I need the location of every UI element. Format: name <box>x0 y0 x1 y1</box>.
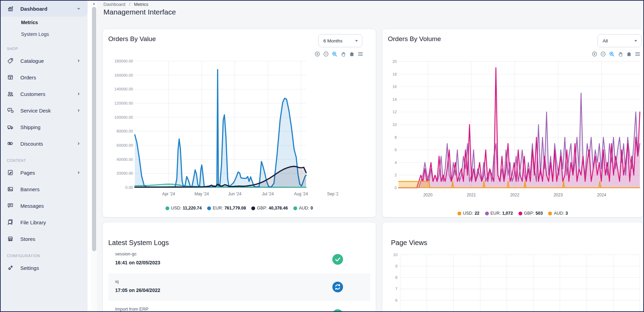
legend-item-gbp[interactable]: GBP:40,378.46 <box>251 206 288 211</box>
card-title: Orders By Value <box>108 35 156 43</box>
chevron-down-icon <box>355 40 358 42</box>
svg-text:10: 10 <box>393 253 398 257</box>
sidebar-item-service-desk[interactable]: Service Desk <box>1 102 88 119</box>
legend-item-usd[interactable]: USD:11,220.74 <box>165 206 202 211</box>
log-row-iq: iq17:05 on 26/04/2022 <box>108 273 370 301</box>
legend-label: USD: <box>171 206 181 211</box>
svg-text:80000.00: 80000.00 <box>117 129 133 133</box>
svg-text:8: 8 <box>395 135 397 139</box>
legend-value: 3 <box>565 211 568 216</box>
time-range-select[interactable]: All <box>597 34 642 47</box>
page-views-chart[interactable]: 109876 <box>382 242 642 312</box>
legend-item-aud[interactable]: AUD:0 <box>293 206 313 211</box>
svg-text:6: 6 <box>395 148 397 152</box>
card-title: Orders By Volume <box>388 35 441 43</box>
sidebar-item-label: Dashboard <box>20 6 47 12</box>
legend-item-aud[interactable]: AUD:3 <box>548 211 568 216</box>
sidebar-item-shipping[interactable]: Shipping <box>1 119 88 135</box>
svg-text:2: 2 <box>395 173 397 177</box>
legend-label: GBP: <box>524 211 534 216</box>
aud-series-dot-icon <box>548 212 552 215</box>
sidebar-item-pages[interactable]: Pages <box>1 164 88 181</box>
orders-by-value-card: Orders By Value 6 Months 180000.00160000… <box>102 29 376 217</box>
page-icon <box>7 169 14 176</box>
breadcrumb-parent[interactable]: Dashboard <box>103 2 125 7</box>
sidebar-item-file-library[interactable]: File Library <box>1 214 88 231</box>
sidebar-item-messages[interactable]: Messages <box>1 197 88 214</box>
success-status-icon <box>332 309 343 312</box>
sidebar-item-catalogue[interactable]: Catalogue <box>1 52 88 69</box>
chevron-right-icon <box>76 108 81 113</box>
gears-icon <box>7 264 14 271</box>
sidebar-item-label: File Library <box>20 220 46 225</box>
page-views-card: Page Views 109876 <box>382 222 643 312</box>
sidebar-item-orders[interactable]: Orders <box>1 69 88 86</box>
sidebar-item-banners[interactable]: Banners <box>1 181 88 197</box>
sidebar-item-metrics[interactable]: Metrics <box>1 17 88 28</box>
legend-value: 1,072 <box>502 211 513 216</box>
sidebar-item-customers[interactable]: Customers <box>1 86 88 102</box>
dashboard-icon <box>7 5 14 12</box>
eur-series-dot-icon <box>485 212 489 215</box>
sidebar-item-label: Settings <box>20 265 39 271</box>
svg-text:4: 4 <box>395 160 397 165</box>
svg-text:9: 9 <box>395 264 398 268</box>
sidebar-nav: DashboardMetricsSystem LogsSHOPCatalogue… <box>1 1 88 276</box>
page-title: Management Interface <box>103 8 176 16</box>
usd-series-dot-icon <box>457 212 461 215</box>
log-name: iq <box>115 279 119 284</box>
sidebar-item-label: Shipping <box>20 124 40 130</box>
legend-label: EUR: <box>213 206 223 211</box>
log-timestamp: 16:41 on 02/05/2023 <box>115 260 160 265</box>
sidebar-item-label: Catalogue <box>20 58 44 64</box>
time-range-select[interactable]: 6 Months <box>318 34 362 47</box>
orders-by-volume-chart[interactable]: 2018161412108642020202021202220232024 <box>382 47 642 211</box>
svg-text:10: 10 <box>392 123 397 127</box>
store-icon <box>7 235 14 242</box>
legend-item-usd[interactable]: USD:22 <box>457 211 480 216</box>
svg-text:2022: 2022 <box>510 193 520 197</box>
svg-text:14: 14 <box>392 97 397 101</box>
svg-text:8: 8 <box>395 275 398 280</box>
legend-label: GBP: <box>257 206 267 211</box>
svg-text:18: 18 <box>392 72 397 76</box>
legend-value: 761,779.08 <box>224 206 246 211</box>
svg-text:16: 16 <box>392 85 397 89</box>
gbp-series-dot-icon <box>251 206 255 210</box>
log-row-session-gc: session-gc16:41 on 02/05/2023 <box>108 246 370 273</box>
legend-value: 22 <box>475 211 480 216</box>
svg-text:Apr '24: Apr '24 <box>162 192 175 196</box>
scrollbar-thumb[interactable] <box>92 7 96 251</box>
legend-item-eur[interactable]: EUR:1,072 <box>485 211 513 216</box>
svg-text:0: 0 <box>395 186 397 190</box>
chart-canvas: 180000.00160000.00140000.00120000.001000… <box>103 47 338 209</box>
sidebar-item-stores[interactable]: Stores <box>1 231 88 247</box>
chevron-right-icon <box>76 170 81 175</box>
breadcrumb-separator: / <box>129 2 130 7</box>
chevron-right-icon <box>76 58 81 64</box>
scrollbar-up-arrow-icon[interactable]: ▲ <box>91 2 97 5</box>
tag-icon <box>7 57 14 64</box>
toolbar-home-icon[interactable] <box>349 51 355 57</box>
library-icon <box>7 219 14 226</box>
legend-item-gbp[interactable]: GBP:503 <box>519 211 543 216</box>
sidebar-item-system-logs[interactable]: System Logs <box>1 28 88 40</box>
toolbar-menu-icon[interactable] <box>358 51 363 57</box>
svg-text:6: 6 <box>395 298 398 302</box>
sidebar-item-dashboard[interactable]: Dashboard <box>1 1 88 17</box>
legend-value: 0 <box>311 206 313 211</box>
gbp-series-dot-icon <box>519 212 522 215</box>
orders-by-value-chart[interactable]: 180000.00160000.00140000.00120000.001000… <box>103 47 338 211</box>
svg-text:120000.00: 120000.00 <box>114 101 133 105</box>
toolbar-pan-icon[interactable] <box>340 51 346 57</box>
svg-text:Aug '24: Aug '24 <box>294 192 308 196</box>
sidebar-item-settings[interactable]: Settings <box>1 260 88 276</box>
legend-item-eur[interactable]: EUR:761,779.08 <box>207 206 246 211</box>
content-scrollbar[interactable]: ▲ <box>91 1 97 311</box>
legend-value: 11,220.74 <box>183 206 202 211</box>
message-icon <box>7 202 14 209</box>
svg-text:2023: 2023 <box>554 193 563 197</box>
sidebar-item-discounts[interactable]: Discounts <box>1 135 88 152</box>
svg-text:2024: 2024 <box>597 193 606 197</box>
log-name: session-gc <box>115 251 137 256</box>
